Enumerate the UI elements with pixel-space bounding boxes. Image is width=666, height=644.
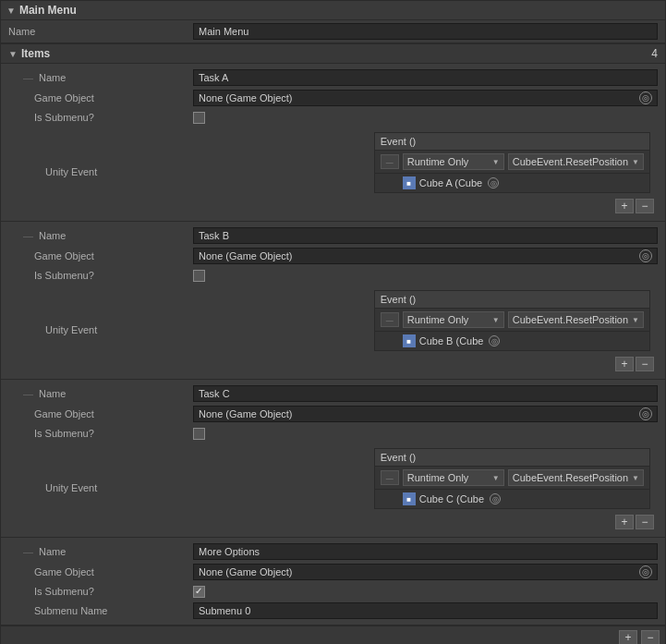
item0-event-header: Event ()	[375, 133, 649, 151]
item0-unityevent-label: Unity Event	[8, 166, 189, 177]
checkmark: ✓	[195, 586, 202, 596]
item1-gameobj-label: Game Object	[8, 250, 193, 261]
list-item: —Name More Options Game Object None (Gam…	[1, 538, 665, 626]
list-item: —Name Task C Game Object None (Game Obje…	[1, 380, 665, 538]
item2-gameobj-row: Game Object None (Game Object) ◎	[1, 404, 665, 424]
item0-method-select[interactable]: CubeEvent.ResetPosition ▼	[508, 153, 644, 170]
item1-name-label: —Name	[8, 230, 193, 241]
item1-issubmenu-checkbox[interactable]	[193, 270, 205, 282]
item3-submenuname-label: Submenu Name	[8, 605, 193, 616]
item0-event-panel: Event () — Runtime Only ▼ CubeEvent.Rese…	[374, 132, 650, 193]
items-header: ▼ Items 4	[1, 43, 665, 64]
item1-event-section: Event () — Runtime Only ▼ CubeEvent.Rese…	[189, 286, 658, 373]
item1-object-row: ■ Cube B (Cube ◎	[375, 332, 649, 350]
item2-unityevent-label: Unity Event	[8, 482, 189, 493]
item1-event-header: Event ()	[375, 291, 649, 309]
item2-event-header: Event ()	[375, 449, 649, 467]
main-name-row: Name	[1, 20, 665, 43]
item0-name-label: —Name	[8, 72, 193, 83]
item0-method-arrow: ▼	[632, 158, 639, 166]
item2-obj-picker[interactable]: ◎	[490, 493, 501, 504]
item3-name-label: —Name	[8, 546, 193, 557]
item1-gameobj-row: Game Object None (Game Object) ◎	[1, 246, 665, 266]
item3-gameobj-row: Game Object None (Game Object) ◎	[1, 562, 665, 582]
header-title: Main Menu	[19, 4, 77, 17]
item2-name-label: —Name	[8, 388, 193, 399]
item2-gameobj-label: Game Object	[8, 408, 193, 419]
items-label: Items	[21, 47, 651, 60]
item2-object-row: ■ Cube C (Cube ◎	[375, 490, 649, 508]
name-input[interactable]	[193, 23, 658, 40]
item1-gameobj-picker[interactable]: ◎	[639, 249, 652, 262]
main-header: ▼ Main Menu	[1, 1, 665, 20]
item0-add-button[interactable]: +	[615, 199, 634, 213]
item0-runtime-value: Runtime Only	[407, 156, 469, 167]
item1-runtime-value: Runtime Only	[407, 314, 469, 325]
item3-gameobj-label: Game Object	[8, 566, 193, 577]
item0-issubmenu-row: Is Submenu?	[1, 108, 665, 127]
item2-runtime-arrow: ▼	[492, 474, 500, 482]
item0-unityevent-row: Unity Event Event () — Runtime Only ▼ Cu…	[1, 127, 665, 217]
item0-issubmenu-checkbox[interactable]	[193, 112, 205, 124]
item3-gameobj-value: None (Game Object) ◎	[193, 564, 658, 580]
item0-name-value: Task A	[193, 69, 658, 86]
item0-gameobj-picker[interactable]: ◎	[639, 91, 652, 104]
item0-runtime-arrow: ▼	[492, 158, 500, 166]
item2-runtime-select[interactable]: Runtime Only ▼	[403, 469, 504, 486]
item2-obj-text: Cube C (Cube	[419, 493, 484, 504]
global-remove-button[interactable]: −	[641, 630, 660, 644]
item3-gameobj-text: None (Game Object)	[199, 566, 292, 577]
item1-issubmenu-row: Is Submenu?	[1, 266, 665, 285]
main-panel: ▼ Main Menu Name ▼ Items 4 —Name Task A …	[0, 0, 666, 644]
item2-gameobj-text: None (Game Object)	[199, 408, 292, 419]
item0-runtime-select[interactable]: Runtime Only ▼	[403, 153, 504, 170]
header-arrow: ▼	[6, 6, 16, 16]
item1-obj-picker[interactable]: ◎	[489, 335, 500, 346]
item2-gameobj-picker[interactable]: ◎	[639, 407, 652, 420]
item0-obj-picker[interactable]: ◎	[488, 177, 499, 188]
item1-add-remove: + −	[189, 355, 658, 373]
item1-add-button[interactable]: +	[615, 357, 634, 371]
item2-obj-icon: ■	[403, 492, 416, 505]
item2-issubmenu-checkbox[interactable]	[193, 428, 205, 440]
item0-object-row: ■ Cube A (Cube ◎	[375, 174, 649, 192]
name-label: Name	[8, 26, 193, 37]
item1-gameobj-text: None (Game Object)	[199, 250, 292, 261]
item0-remove-button[interactable]: −	[636, 199, 654, 213]
item1-name-value: Task B	[193, 227, 658, 244]
item0-method-value: CubeEvent.ResetPosition	[513, 156, 628, 167]
item1-runtime-select[interactable]: Runtime Only ▼	[403, 311, 504, 328]
item2-event-section: Event () — Runtime Only ▼ CubeEvent.Rese…	[189, 444, 658, 531]
item2-add-button[interactable]: +	[615, 515, 634, 529]
item2-event-row: — Runtime Only ▼ CubeEvent.ResetPosition…	[375, 467, 649, 490]
item0-obj-icon: ■	[403, 176, 416, 189]
item2-event-indicator: —	[381, 470, 399, 485]
items-arrow: ▼	[8, 49, 18, 59]
item0-add-remove: + −	[189, 197, 658, 215]
item1-event-panel: Event () — Runtime Only ▼ CubeEvent.Rese…	[374, 290, 650, 351]
item3-issubmenu-checkbox[interactable]: ✓	[193, 586, 205, 598]
item3-gameobj-picker[interactable]: ◎	[639, 565, 652, 578]
item2-issubmenu-row: Is Submenu?	[1, 424, 665, 443]
item0-gameobj-value: None (Game Object) ◎	[193, 90, 658, 106]
global-add-button[interactable]: +	[619, 630, 637, 644]
item2-name-row: —Name Task C	[1, 383, 665, 404]
item1-runtime-arrow: ▼	[492, 316, 500, 324]
item3-issubmenu-label: Is Submenu?	[8, 586, 193, 597]
items-list: —Name Task A Game Object None (Game Obje…	[1, 64, 665, 626]
item1-method-value: CubeEvent.ResetPosition	[513, 314, 628, 325]
item2-issubmenu-label: Is Submenu?	[8, 428, 193, 439]
item3-submenuname-row: Submenu Name Submenu 0	[1, 601, 665, 621]
item1-event-indicator: —	[381, 312, 399, 327]
item0-gameobj-label: Game Object	[8, 92, 193, 103]
item1-name-row: —Name Task B	[1, 225, 665, 246]
item1-remove-button[interactable]: −	[636, 357, 654, 371]
item2-method-arrow: ▼	[632, 474, 639, 482]
item0-event-section: Event () — Runtime Only ▼ CubeEvent.Rese…	[189, 128, 658, 215]
item2-method-select[interactable]: CubeEvent.ResetPosition ▼	[508, 469, 644, 486]
item1-method-select[interactable]: CubeEvent.ResetPosition ▼	[508, 311, 644, 328]
items-count: 4	[651, 47, 658, 60]
item2-remove-button[interactable]: −	[636, 515, 654, 529]
item2-unityevent-row: Unity Event Event () — Runtime Only ▼ Cu…	[1, 443, 665, 533]
item2-name-value: Task C	[193, 385, 658, 402]
